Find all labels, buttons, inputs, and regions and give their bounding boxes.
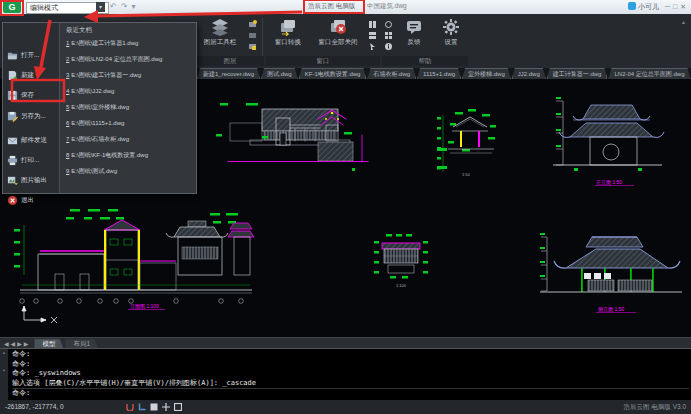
layer-freeze-icon	[248, 42, 257, 51]
info-icon	[384, 42, 393, 51]
user-icon	[628, 2, 636, 10]
ucs-icon	[22, 306, 57, 323]
window-controls[interactable]: ─□✕	[665, 1, 689, 13]
doc-tab[interactable]: 测试.dwg	[261, 68, 298, 79]
layers-icon	[211, 18, 229, 36]
doc-tab[interactable]: 建工计算器一.dwg	[547, 68, 608, 79]
menu-item-save-as[interactable]: 另存为...	[7, 109, 46, 123]
gear-icon	[442, 18, 460, 36]
close-button[interactable]: ✕	[680, 3, 689, 10]
recent-doc[interactable]: 1E:\图纸\建工计算器1.dwg	[66, 39, 138, 50]
command-history-line: 命令: _syswindows	[12, 369, 689, 379]
grid-toggle-icon[interactable]	[150, 403, 158, 411]
circle-icon	[384, 20, 393, 29]
group-label-layer: 图层	[196, 56, 264, 66]
drawing-side-elevation: 侧立面 1:50	[540, 233, 682, 313]
doc-tab[interactable]: 室外楼梯.dwg	[462, 68, 511, 79]
side-elevation-label: 侧立面 1:50	[597, 306, 624, 313]
status-bar: -261867, -217774, 0 浩辰云图 电脑版 V3.0	[0, 400, 691, 414]
drawing-street-elevation: 立面图 1:100	[14, 209, 254, 323]
group-label-help: 帮助	[382, 56, 468, 66]
window-switch-icon	[279, 18, 297, 36]
drawing-plan-small: 1:100	[374, 234, 428, 288]
layer-off-icon	[248, 31, 257, 40]
command-history-line: 输入选项 [层叠(C)/水平平铺(H)/垂直平铺(V)/排列图标(A)]: _c…	[12, 379, 689, 389]
doc-tab[interactable]: 石墙衣柜.dwg	[367, 68, 416, 79]
tile-horizontal-icon	[368, 31, 377, 40]
layout-nav-arrows[interactable]: ◀◀▶▶	[0, 340, 34, 347]
doc-tab[interactable]: LN2-04 定位总平面图.dwg	[608, 68, 690, 79]
front-elevation-label: 正立面 1:50	[596, 179, 622, 186]
settings-button[interactable]: 设置	[436, 18, 466, 47]
doc-tab[interactable]: JJ2.dwg	[512, 68, 546, 79]
feedback-icon	[405, 18, 423, 36]
app-title: 浩辰云图 电脑版	[308, 2, 355, 11]
recent-doc[interactable]: 6E:\图纸\1115+1.dwg	[66, 119, 124, 130]
dyn-input-icon[interactable]	[174, 403, 182, 411]
chevron-down-icon[interactable]: ▾	[96, 2, 105, 12]
application-window: G 编辑模式 ▾ ↶↷▾ 浩辰云图 电脑版 中国建筑.dwg 小可儿 ─□✕ 图…	[0, 0, 691, 414]
recent-doc[interactable]: 7E:\图纸\石墙衣柜.dwg	[66, 135, 129, 146]
command-input-line[interactable]: 命令:	[12, 388, 689, 399]
cursor-icon	[368, 42, 377, 51]
command-history-line: 命令:	[12, 360, 689, 370]
window-close-all-button[interactable]: 窗口全部关闭	[312, 18, 364, 47]
layer-toolbar-button[interactable]: 图层工具栏	[198, 18, 242, 47]
menu-item-image-export[interactable]: 图片输出	[7, 173, 47, 187]
group-label-window: 窗口	[266, 56, 380, 66]
app-menu-button[interactable]: G	[3, 1, 21, 13]
cursor-coordinates: -261867, -217774, 0	[5, 403, 64, 410]
recent-doc[interactable]: 4E:\图纸\JJ2.dwg	[66, 87, 114, 98]
layer-small-tools[interactable]	[248, 20, 257, 51]
exit-icon	[7, 195, 18, 206]
ortho-icon[interactable]	[138, 403, 146, 411]
doc-tab[interactable]: 1115+1.dwg	[417, 68, 461, 79]
menu-item-email[interactable]: 邮件发送	[7, 133, 47, 147]
window-close-all-icon	[329, 18, 347, 36]
recent-documents-header: 最近文档	[66, 26, 92, 35]
menu-item-save[interactable]: 保存	[7, 88, 34, 102]
application-menu: 打开... 新建 保存 另存为... 邮件发送 打印... 图片输出	[2, 22, 197, 194]
recent-doc[interactable]: 9E:\图纸\测试.dwg	[66, 167, 117, 178]
app-version-label: 浩辰云图 电脑版 V3.0	[624, 403, 686, 412]
osnap-icon[interactable]	[162, 403, 170, 411]
window-switch-button[interactable]: 窗口转换	[268, 18, 308, 47]
recent-documents-panel: 最近文档 1E:\图纸\建工计算器1.dwg 2E:\图纸\LN2-04 定位总…	[60, 23, 196, 193]
minimize-button[interactable]: ─	[665, 3, 673, 10]
menu-command-column: 打开... 新建 保存 另存为... 邮件发送 打印... 图片输出	[3, 23, 60, 193]
menu-item-print[interactable]: 打印...	[7, 153, 39, 167]
menu-item-open[interactable]: 打开...	[7, 48, 39, 62]
printer-icon	[7, 155, 18, 166]
recent-doc[interactable]: 3E:\图纸\建工计算器一.dwg	[66, 71, 141, 82]
new-file-icon	[7, 70, 18, 81]
tile-vertical-icon	[368, 20, 377, 29]
title-bar: G 编辑模式 ▾ ↶↷▾ 浩辰云图 电脑版 中国建筑.dwg 小可儿 ─□✕	[0, 0, 691, 15]
ribbon-collapse-icon[interactable]: ▴	[682, 18, 685, 25]
command-history-line: 命令:	[12, 350, 689, 360]
doc-tab[interactable]: KF-1电线数设置.dwg	[299, 68, 367, 79]
tab-model[interactable]: 模型	[34, 339, 63, 349]
save-as-icon	[7, 111, 18, 122]
save-icon	[7, 90, 18, 101]
recent-doc[interactable]: 8E:\图纸\KF-1电线数设置.dwg	[66, 151, 148, 162]
command-window[interactable]: ▴▾ 命令: 命令: 命令: _syswindows 输入选项 [层叠(C)/水…	[0, 348, 691, 401]
recent-doc[interactable]: 2E:\图纸\LN2-04 定位总平面图.dwg	[66, 55, 162, 66]
help-small-tools[interactable]	[384, 20, 393, 51]
snap-icon[interactable]	[126, 403, 134, 411]
tab-layout1[interactable]: 布局1	[65, 339, 98, 349]
user-account[interactable]: 小可儿	[628, 1, 659, 13]
quick-access-icons[interactable]: ↶↷▾	[110, 2, 139, 11]
plan-scale-label: 1:100	[396, 283, 407, 288]
drawing-front-elevation: 正立面 1:50	[553, 97, 664, 186]
menu-item-new[interactable]: 新建	[7, 68, 34, 82]
command-scrollbar[interactable]: ▴▾	[0, 349, 8, 401]
grid-icon	[384, 31, 393, 40]
menu-item-exit[interactable]: 退出	[7, 193, 34, 207]
section-scale-label: 1:50	[462, 172, 471, 177]
window-arrange-tools[interactable]	[368, 20, 377, 51]
feedback-button[interactable]: 反馈	[398, 18, 430, 47]
doc-tab[interactable]: 新建1_recover.dwg	[197, 68, 260, 79]
open-folder-icon	[7, 50, 18, 61]
image-export-icon	[7, 175, 18, 186]
recent-doc[interactable]: 5E:\图纸\室外楼梯.dwg	[66, 103, 129, 114]
